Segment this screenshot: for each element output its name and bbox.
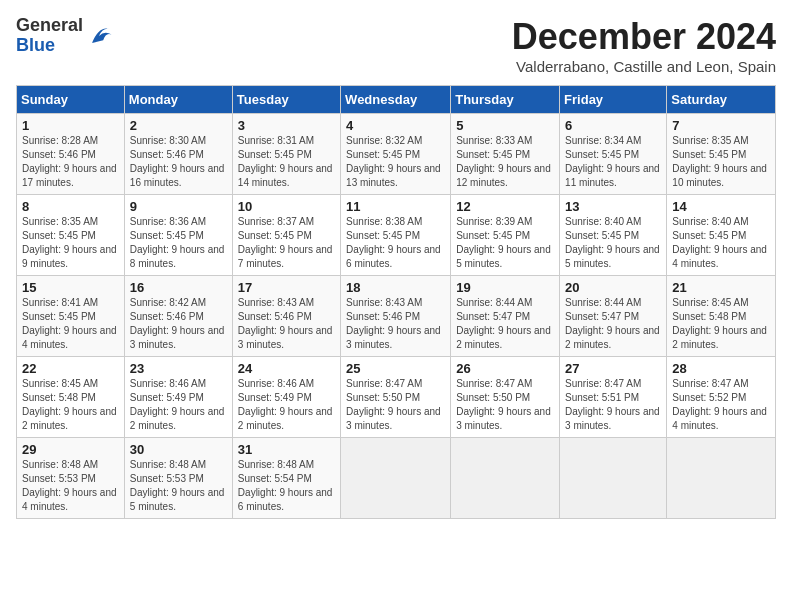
location-title: Valderrabano, Castille and Leon, Spain: [512, 58, 776, 75]
day-info: Sunrise: 8:47 AM Sunset: 5:50 PM Dayligh…: [346, 377, 445, 433]
header-row: SundayMondayTuesdayWednesdayThursdayFrid…: [17, 86, 776, 114]
day-number: 24: [238, 361, 335, 376]
day-number: 2: [130, 118, 227, 133]
day-info: Sunrise: 8:42 AM Sunset: 5:46 PM Dayligh…: [130, 296, 227, 352]
weekday-header: Sunday: [17, 86, 125, 114]
day-number: 26: [456, 361, 554, 376]
calendar-cell: 4 Sunrise: 8:32 AM Sunset: 5:45 PM Dayli…: [341, 114, 451, 195]
calendar-cell: 15 Sunrise: 8:41 AM Sunset: 5:45 PM Dayl…: [17, 276, 125, 357]
day-info: Sunrise: 8:46 AM Sunset: 5:49 PM Dayligh…: [130, 377, 227, 433]
day-info: Sunrise: 8:33 AM Sunset: 5:45 PM Dayligh…: [456, 134, 554, 190]
calendar-week-row: 29 Sunrise: 8:48 AM Sunset: 5:53 PM Dayl…: [17, 438, 776, 519]
day-info: Sunrise: 8:35 AM Sunset: 5:45 PM Dayligh…: [672, 134, 770, 190]
calendar-body: 1 Sunrise: 8:28 AM Sunset: 5:46 PM Dayli…: [17, 114, 776, 519]
day-info: Sunrise: 8:36 AM Sunset: 5:45 PM Dayligh…: [130, 215, 227, 271]
calendar-cell: [341, 438, 451, 519]
title-block: December 2024 Valderrabano, Castille and…: [512, 16, 776, 75]
calendar-week-row: 15 Sunrise: 8:41 AM Sunset: 5:45 PM Dayl…: [17, 276, 776, 357]
day-number: 8: [22, 199, 119, 214]
calendar-cell: 11 Sunrise: 8:38 AM Sunset: 5:45 PM Dayl…: [341, 195, 451, 276]
calendar-cell: 26 Sunrise: 8:47 AM Sunset: 5:50 PM Dayl…: [451, 357, 560, 438]
day-number: 1: [22, 118, 119, 133]
calendar-cell: 28 Sunrise: 8:47 AM Sunset: 5:52 PM Dayl…: [667, 357, 776, 438]
calendar-cell: 18 Sunrise: 8:43 AM Sunset: 5:46 PM Dayl…: [341, 276, 451, 357]
day-info: Sunrise: 8:34 AM Sunset: 5:45 PM Dayligh…: [565, 134, 661, 190]
day-info: Sunrise: 8:40 AM Sunset: 5:45 PM Dayligh…: [672, 215, 770, 271]
day-info: Sunrise: 8:28 AM Sunset: 5:46 PM Dayligh…: [22, 134, 119, 190]
calendar-cell: 5 Sunrise: 8:33 AM Sunset: 5:45 PM Dayli…: [451, 114, 560, 195]
day-info: Sunrise: 8:39 AM Sunset: 5:45 PM Dayligh…: [456, 215, 554, 271]
day-info: Sunrise: 8:48 AM Sunset: 5:54 PM Dayligh…: [238, 458, 335, 514]
calendar-cell: 31 Sunrise: 8:48 AM Sunset: 5:54 PM Dayl…: [232, 438, 340, 519]
day-info: Sunrise: 8:47 AM Sunset: 5:52 PM Dayligh…: [672, 377, 770, 433]
calendar-cell: 17 Sunrise: 8:43 AM Sunset: 5:46 PM Dayl…: [232, 276, 340, 357]
day-number: 14: [672, 199, 770, 214]
weekday-header: Monday: [124, 86, 232, 114]
weekday-header: Thursday: [451, 86, 560, 114]
calendar-cell: 22 Sunrise: 8:45 AM Sunset: 5:48 PM Dayl…: [17, 357, 125, 438]
logo: General Blue: [16, 16, 113, 56]
day-number: 25: [346, 361, 445, 376]
day-info: Sunrise: 8:41 AM Sunset: 5:45 PM Dayligh…: [22, 296, 119, 352]
calendar-cell: [560, 438, 667, 519]
day-number: 18: [346, 280, 445, 295]
calendar-cell: 10 Sunrise: 8:37 AM Sunset: 5:45 PM Dayl…: [232, 195, 340, 276]
calendar-cell: 9 Sunrise: 8:36 AM Sunset: 5:45 PM Dayli…: [124, 195, 232, 276]
day-number: 6: [565, 118, 661, 133]
calendar-cell: 20 Sunrise: 8:44 AM Sunset: 5:47 PM Dayl…: [560, 276, 667, 357]
day-number: 21: [672, 280, 770, 295]
day-info: Sunrise: 8:48 AM Sunset: 5:53 PM Dayligh…: [22, 458, 119, 514]
calendar-cell: 25 Sunrise: 8:47 AM Sunset: 5:50 PM Dayl…: [341, 357, 451, 438]
calendar-table: SundayMondayTuesdayWednesdayThursdayFrid…: [16, 85, 776, 519]
day-info: Sunrise: 8:45 AM Sunset: 5:48 PM Dayligh…: [22, 377, 119, 433]
calendar-cell: 7 Sunrise: 8:35 AM Sunset: 5:45 PM Dayli…: [667, 114, 776, 195]
calendar-cell: 14 Sunrise: 8:40 AM Sunset: 5:45 PM Dayl…: [667, 195, 776, 276]
calendar-cell: 2 Sunrise: 8:30 AM Sunset: 5:46 PM Dayli…: [124, 114, 232, 195]
day-info: Sunrise: 8:48 AM Sunset: 5:53 PM Dayligh…: [130, 458, 227, 514]
weekday-header: Wednesday: [341, 86, 451, 114]
day-number: 13: [565, 199, 661, 214]
calendar-cell: 24 Sunrise: 8:46 AM Sunset: 5:49 PM Dayl…: [232, 357, 340, 438]
calendar-cell: 30 Sunrise: 8:48 AM Sunset: 5:53 PM Dayl…: [124, 438, 232, 519]
day-number: 10: [238, 199, 335, 214]
calendar-cell: 23 Sunrise: 8:46 AM Sunset: 5:49 PM Dayl…: [124, 357, 232, 438]
day-number: 31: [238, 442, 335, 457]
calendar-cell: [667, 438, 776, 519]
day-info: Sunrise: 8:35 AM Sunset: 5:45 PM Dayligh…: [22, 215, 119, 271]
day-info: Sunrise: 8:38 AM Sunset: 5:45 PM Dayligh…: [346, 215, 445, 271]
day-number: 4: [346, 118, 445, 133]
calendar-cell: 12 Sunrise: 8:39 AM Sunset: 5:45 PM Dayl…: [451, 195, 560, 276]
day-number: 3: [238, 118, 335, 133]
day-number: 27: [565, 361, 661, 376]
calendar-cell: 6 Sunrise: 8:34 AM Sunset: 5:45 PM Dayli…: [560, 114, 667, 195]
day-number: 19: [456, 280, 554, 295]
calendar-cell: 19 Sunrise: 8:44 AM Sunset: 5:47 PM Dayl…: [451, 276, 560, 357]
day-info: Sunrise: 8:43 AM Sunset: 5:46 PM Dayligh…: [238, 296, 335, 352]
calendar-cell: 3 Sunrise: 8:31 AM Sunset: 5:45 PM Dayli…: [232, 114, 340, 195]
calendar-week-row: 1 Sunrise: 8:28 AM Sunset: 5:46 PM Dayli…: [17, 114, 776, 195]
day-info: Sunrise: 8:47 AM Sunset: 5:50 PM Dayligh…: [456, 377, 554, 433]
day-info: Sunrise: 8:45 AM Sunset: 5:48 PM Dayligh…: [672, 296, 770, 352]
day-info: Sunrise: 8:30 AM Sunset: 5:46 PM Dayligh…: [130, 134, 227, 190]
day-number: 5: [456, 118, 554, 133]
day-number: 15: [22, 280, 119, 295]
day-info: Sunrise: 8:43 AM Sunset: 5:46 PM Dayligh…: [346, 296, 445, 352]
calendar-cell: 21 Sunrise: 8:45 AM Sunset: 5:48 PM Dayl…: [667, 276, 776, 357]
day-number: 28: [672, 361, 770, 376]
day-info: Sunrise: 8:46 AM Sunset: 5:49 PM Dayligh…: [238, 377, 335, 433]
day-number: 29: [22, 442, 119, 457]
day-number: 22: [22, 361, 119, 376]
day-number: 30: [130, 442, 227, 457]
day-info: Sunrise: 8:47 AM Sunset: 5:51 PM Dayligh…: [565, 377, 661, 433]
day-info: Sunrise: 8:32 AM Sunset: 5:45 PM Dayligh…: [346, 134, 445, 190]
calendar-cell: 27 Sunrise: 8:47 AM Sunset: 5:51 PM Dayl…: [560, 357, 667, 438]
calendar-cell: 8 Sunrise: 8:35 AM Sunset: 5:45 PM Dayli…: [17, 195, 125, 276]
day-info: Sunrise: 8:40 AM Sunset: 5:45 PM Dayligh…: [565, 215, 661, 271]
day-info: Sunrise: 8:31 AM Sunset: 5:45 PM Dayligh…: [238, 134, 335, 190]
calendar-cell: [451, 438, 560, 519]
calendar-cell: 29 Sunrise: 8:48 AM Sunset: 5:53 PM Dayl…: [17, 438, 125, 519]
logo-icon: [85, 22, 113, 50]
day-info: Sunrise: 8:44 AM Sunset: 5:47 PM Dayligh…: [565, 296, 661, 352]
calendar-cell: 16 Sunrise: 8:42 AM Sunset: 5:46 PM Dayl…: [124, 276, 232, 357]
day-number: 7: [672, 118, 770, 133]
